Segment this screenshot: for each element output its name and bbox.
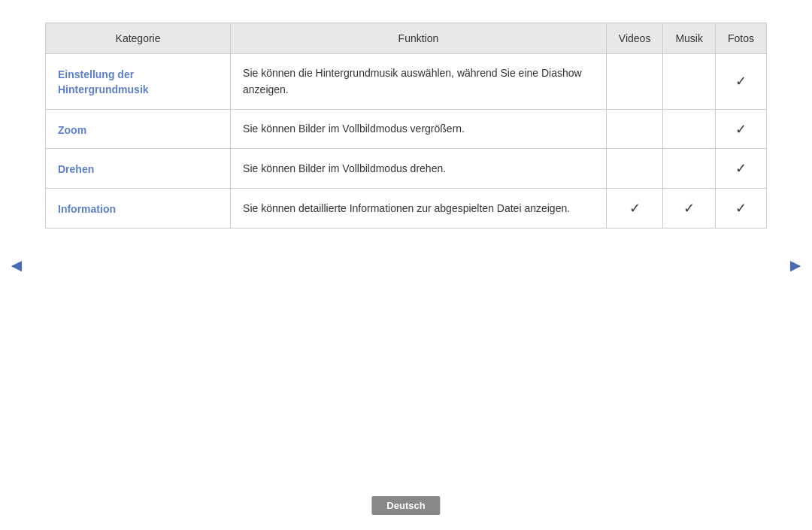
table-row: ZoomSie können Bilder im Vollbildmodus v… [46, 109, 767, 149]
table-row: DrehenSie können Bilder im Vollbildmodus… [46, 149, 767, 189]
nav-arrow-right[interactable]: ► [786, 255, 804, 276]
category-cell: Information [46, 188, 231, 228]
table-header-row: Kategorie Funktion Videos Musik Fotos [46, 23, 767, 54]
header-kategorie: Kategorie [46, 23, 231, 54]
videos-cell [606, 109, 663, 149]
header-fotos: Fotos [715, 23, 766, 54]
header-musik: Musik [663, 23, 716, 54]
videos-cell [606, 149, 663, 189]
checkmark-fotos [735, 201, 747, 216]
description-cell: Sie können die Hintergrundmusik auswähle… [231, 54, 607, 110]
language-button[interactable]: Deutsch [371, 496, 440, 515]
fotos-cell [715, 54, 766, 110]
musik-cell [663, 188, 716, 228]
feature-table-wrapper: Kategorie Funktion Videos Musik Fotos Ei… [45, 23, 767, 229]
header-videos: Videos [606, 23, 663, 54]
musik-cell [663, 54, 716, 110]
category-label: Einstellung der Hintergrundmusik [58, 68, 149, 95]
description-cell: Sie können detaillierte Informationen zu… [231, 188, 607, 228]
checkmark-musik [683, 201, 695, 216]
category-cell: Einstellung der Hintergrundmusik [46, 54, 231, 110]
language-selector[interactable]: Deutsch [371, 496, 440, 515]
table-row: InformationSie können detaillierte Infor… [46, 188, 767, 228]
fotos-cell [715, 149, 766, 189]
musik-cell [663, 109, 716, 149]
checkmark-fotos [735, 122, 747, 137]
page-container: ◄ ► Kategorie Funktion Videos Musik Foto… [0, 0, 812, 530]
feature-table: Kategorie Funktion Videos Musik Fotos Ei… [45, 23, 767, 229]
fotos-cell [715, 188, 766, 228]
videos-cell [606, 188, 663, 228]
nav-arrow-left[interactable]: ◄ [8, 255, 26, 276]
category-label: Information [58, 203, 116, 215]
musik-cell [663, 149, 716, 189]
category-label: Drehen [58, 163, 94, 175]
fotos-cell [715, 109, 766, 149]
checkmark-fotos [735, 161, 747, 176]
category-label: Zoom [58, 124, 86, 136]
table-row: Einstellung der HintergrundmusikSie könn… [46, 54, 767, 110]
videos-cell [606, 54, 663, 110]
checkmark-videos [629, 201, 641, 216]
category-cell: Drehen [46, 149, 231, 189]
header-funktion: Funktion [231, 23, 607, 54]
description-cell: Sie können Bilder im Vollbildmodus drehe… [231, 149, 607, 189]
description-cell: Sie können Bilder im Vollbildmodus vergr… [231, 109, 607, 149]
checkmark-fotos [735, 74, 747, 89]
category-cell: Zoom [46, 109, 231, 149]
